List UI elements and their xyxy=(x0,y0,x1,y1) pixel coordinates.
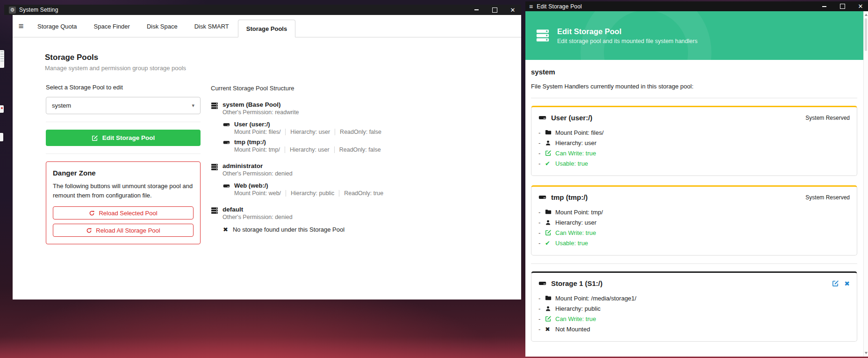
server-icon xyxy=(211,207,218,214)
reload-all-pool-button[interactable]: Reload All Storage Pool xyxy=(53,224,194,237)
banner-subtitle: Edit storage pool and its mounted file s… xyxy=(557,38,697,44)
pool-name: administrator xyxy=(222,162,383,169)
edit-icon xyxy=(545,315,552,322)
handler-property: Hierarchy: public xyxy=(538,303,850,314)
handler-property: Mount Point: tmp/ xyxy=(538,207,850,217)
mount-point: Mount Point: tmp/ xyxy=(234,146,280,153)
window-title: Edit Storage Pool xyxy=(537,3,582,10)
tree-pool-system: system (Base Pool) Other's Permission: r… xyxy=(211,101,430,156)
scrollbar[interactable] xyxy=(863,11,868,357)
mount-point: Mount Point: web/ xyxy=(234,190,281,197)
tab-disk-smart[interactable]: Disk SMART xyxy=(186,23,237,30)
handler-property: Hierarchy: user xyxy=(538,217,850,227)
handler-property: Can Write: true xyxy=(538,148,850,158)
divider xyxy=(531,98,857,98)
tab-bar: ≡ Storage Quota Space Finder Disk Space … xyxy=(13,15,521,37)
edit-icon xyxy=(545,150,552,156)
tab-space-finder[interactable]: Space Finder xyxy=(86,23,138,30)
handler-property: Mount Point: files/ xyxy=(538,127,850,138)
hierarchy: Hierarchy: user xyxy=(285,146,330,153)
system-setting-window: ⚙ System Setting ✕ ≡ Storage Quota Space… xyxy=(4,5,521,300)
mount-props: Mount Point: tmp/Hierarchy: userReadOnly… xyxy=(234,146,381,153)
property-text: Not Mounted xyxy=(555,326,590,333)
edit-pool-content: Edit Storage Pool Edit storage pool and … xyxy=(525,11,868,357)
tree-mount-web: Web (web:/) Mount Point: web/Hierarchy: … xyxy=(223,182,383,197)
tab-disk-space[interactable]: Disk Space xyxy=(138,23,186,30)
user-icon xyxy=(545,306,551,312)
desktop-icon-fragment[interactable] xyxy=(0,50,4,68)
scroll-up-arrow[interactable] xyxy=(865,14,868,16)
handler-property: Mount Point: /media/storage1/ xyxy=(538,293,850,303)
check-icon: ✔ xyxy=(545,160,550,167)
handler-card-user: User (user:/) System Reserved Mount Poin… xyxy=(531,106,857,176)
storage-pools-page: Storage Pools Manage system and permissi… xyxy=(13,37,521,300)
handlers-intro: File System Handlers currently mounted i… xyxy=(531,83,857,90)
gear-icon: ⚙ xyxy=(9,7,16,14)
mount-props: Mount Point: web/Hierarchy: publicReadOn… xyxy=(234,190,383,197)
handler-property: ✔Usable: true xyxy=(538,238,850,248)
edit-storage-pool-button[interactable]: Edit Storage Pool xyxy=(46,130,201,146)
tab-storage-quota[interactable]: Storage Quota xyxy=(29,23,86,30)
scrollbar-thumb[interactable] xyxy=(865,18,867,51)
property-text: Hierarchy: user xyxy=(555,139,596,146)
mount-name: User (user:/) xyxy=(234,121,381,128)
minimize-button[interactable] xyxy=(820,3,828,10)
hierarchy: Hierarchy: public xyxy=(286,190,334,197)
hdd-icon xyxy=(223,121,230,128)
select-pool-label: Select a Storage Pool to edit xyxy=(46,84,201,91)
danger-zone-description: The following buttons will unmount stora… xyxy=(53,182,194,200)
desktop: { "icons": { "gear": "⚙", "menu": "≡", "… xyxy=(0,0,868,358)
scroll-down-arrow[interactable] xyxy=(865,352,868,354)
property-text: Usable: true xyxy=(555,240,588,247)
mount-props: Mount Point: files/Hierarchy: userReadOn… xyxy=(234,129,381,135)
edit-handler-icon[interactable] xyxy=(832,280,839,287)
desktop-icon-fragment[interactable] xyxy=(0,133,3,141)
user-icon xyxy=(545,219,551,226)
handler-property: Can Write: true xyxy=(538,227,850,238)
refresh-icon xyxy=(89,210,95,216)
tree-mount-tmp: tmp (tmp:/) Mount Point: tmp/Hierarchy: … xyxy=(223,139,381,153)
server-icon xyxy=(211,102,218,110)
close-button[interactable]: ✕ xyxy=(509,6,516,14)
empty-pool-row: ✖ No storage found under this Storage Po… xyxy=(223,226,344,233)
storage-pool-select[interactable]: system ▾ xyxy=(46,97,201,114)
pool-edit-panel: Select a Storage Pool to edit system ▾ E… xyxy=(46,84,201,244)
hdd-icon xyxy=(538,193,546,201)
system-reserved-badge: System Reserved xyxy=(805,194,850,201)
maximize-button[interactable] xyxy=(839,3,846,10)
hdd-icon xyxy=(223,183,230,190)
page-subtitle: Manage system and permission group stora… xyxy=(45,65,186,72)
edit-button-label: Edit Storage Pool xyxy=(102,134,155,141)
edit-pool-banner: Edit Storage Pool Edit storage pool and … xyxy=(525,11,863,60)
remove-handler-icon[interactable]: ✖ xyxy=(844,280,850,287)
page-header: Storage Pools Manage system and permissi… xyxy=(45,53,186,72)
tree-mount-user: User (user:/) Mount Point: files/Hierarc… xyxy=(223,121,381,135)
edit-pool-titlebar[interactable]: ≡ Edit Storage Pool ✕ xyxy=(525,1,868,11)
edit-storage-pool-window: ≡ Edit Storage Pool ✕ Edit Storage Pool … xyxy=(525,1,868,357)
app-content: ≡ Storage Quota Space Finder Disk Space … xyxy=(13,15,521,300)
close-button[interactable]: ✕ xyxy=(857,3,864,10)
mount-name: tmp (tmp:/) xyxy=(234,139,381,146)
property-text: Usable: true xyxy=(555,160,588,167)
readonly: ReadOnly: false xyxy=(334,146,381,153)
tab-storage-pools[interactable]: Storage Pools xyxy=(238,20,295,37)
minimize-button[interactable] xyxy=(473,6,480,14)
desktop-icon-fragment[interactable] xyxy=(0,105,4,113)
property-text: Mount Point: /media/storage1/ xyxy=(555,295,636,302)
handler-name: tmp (tmp:/) xyxy=(551,193,588,201)
pool-permission: Other's Permission: denied xyxy=(222,214,344,220)
menu-icon[interactable]: ≡ xyxy=(15,21,27,31)
danger-zone-title: Danger Zone xyxy=(53,169,194,177)
pool-name: default xyxy=(222,206,344,213)
folder-icon xyxy=(545,209,552,215)
system-setting-titlebar[interactable]: ⚙ System Setting ✕ xyxy=(4,5,521,15)
hdd-icon xyxy=(538,114,546,122)
banner-title: Edit Storage Pool xyxy=(557,27,697,36)
server-stack-icon xyxy=(536,29,550,43)
reload-selected-pool-button[interactable]: Reload Selected Pool xyxy=(53,206,194,219)
handler-card-tmp: tmp (tmp:/) System Reserved Mount Point:… xyxy=(531,185,857,256)
cross-icon: ✖ xyxy=(545,326,550,333)
empty-pool-text: No storage found under this Storage Pool xyxy=(233,226,344,233)
maximize-button[interactable] xyxy=(491,6,498,14)
divider xyxy=(531,263,857,264)
